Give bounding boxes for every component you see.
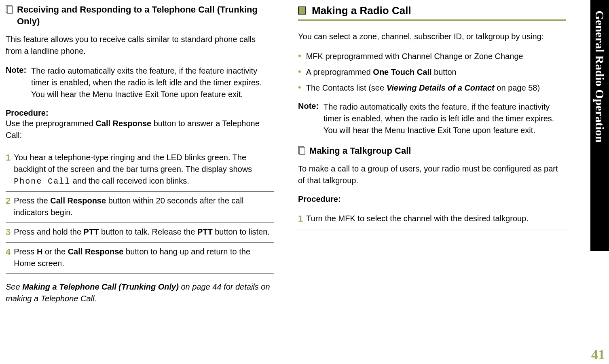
section-heading: Making a Radio Call (312, 4, 411, 18)
heading-underline (298, 19, 566, 21)
bold: PTT (197, 227, 213, 236)
steps-list: 1 You hear a telephone-type ringing and … (6, 148, 274, 274)
sub-intro-paragraph: To make a call to a group of users, your… (298, 163, 566, 186)
note-label: Note: (6, 65, 26, 75)
procedure-intro: Use the preprogrammed Call Response butt… (6, 118, 274, 141)
step-body: Press H or the Call Response button to h… (14, 246, 274, 269)
text: and the call received icon blinks. (70, 176, 189, 185)
bold: One Touch Call (373, 68, 431, 76)
text: A preprogrammed (306, 68, 373, 76)
text: Press the (14, 196, 50, 205)
text: The Contacts list (see (306, 83, 387, 92)
svg-rect-3 (300, 147, 305, 154)
chapter-title: General Radio Operation (590, 8, 609, 245)
step-number: 3 (6, 226, 11, 238)
text: Press (14, 247, 37, 256)
intro-paragraph: You can select a zone, channel, subscrib… (298, 31, 566, 42)
step-number: 4 (6, 246, 11, 258)
document-icon (298, 146, 305, 155)
list-item: MFK preprogrammed with Channel Change or… (298, 51, 566, 62)
text: Press and hold the (14, 227, 83, 236)
list-item: The Contacts list (see Viewing Details o… (298, 82, 566, 94)
page-number: 41 (589, 347, 607, 362)
note-label: Note: (298, 101, 319, 111)
display-text: Phone Call (14, 177, 70, 186)
step-body: Turn the MFK to select the channel with … (306, 213, 529, 224)
list-item: 1 Turn the MFK to select the channel wit… (298, 210, 566, 229)
svg-rect-1 (7, 6, 13, 13)
procedure-label: Procedure: (298, 195, 566, 204)
note-block: Note: The radio automatically exits the … (298, 101, 566, 136)
step-number: 2 (6, 195, 11, 207)
list-item: 4 Press H or the Call Response button to… (6, 243, 274, 274)
square-bullet-icon (298, 6, 306, 15)
side-tab: General Radio Operation 41 (590, 0, 609, 364)
list-item: 3 Press and hold the PTT button to talk.… (6, 223, 274, 243)
bold: Call Response (68, 247, 124, 256)
step-number: 1 (298, 213, 303, 225)
bullet-text: The Contacts list (see Viewing Details o… (306, 82, 540, 94)
text: button to talk. Release the (99, 227, 197, 236)
intro-paragraph: This feature allows you to receive calls… (6, 34, 274, 57)
bullet-list: MFK preprogrammed with Channel Change or… (298, 51, 566, 94)
bullet-text: MFK preprogrammed with Channel Change or… (306, 51, 523, 62)
subsection-heading: Making a Talkgroup Call (309, 145, 411, 157)
text: Use the preprogrammed (6, 119, 95, 128)
bullet-text: A preprogrammed One Touch Call button (306, 66, 457, 78)
subsection-heading-row: Receiving and Responding to a Telephone … (6, 4, 274, 27)
steps-list: 1 Turn the MFK to select the channel wit… (298, 210, 566, 229)
bold: Call Response (50, 196, 106, 205)
step-body: Press the Call Response button within 20… (14, 195, 274, 218)
section-heading-row: Making a Radio Call (298, 4, 566, 18)
list-item: 2 Press the Call Response button within … (6, 192, 274, 223)
home-key: H (37, 247, 42, 256)
text: button (432, 68, 457, 76)
text: You hear a telephone-type ringing and th… (14, 153, 252, 174)
cross-ref: Viewing Details of a Contact (387, 83, 495, 92)
text: or the (42, 247, 68, 256)
see-also-link: Making a Telephone Call (Trunking Only) (22, 282, 179, 291)
note-body: The radio automatically exits the featur… (31, 65, 274, 100)
subsection-heading: Receiving and Responding to a Telephone … (17, 4, 274, 27)
step-body: You hear a telephone-type ringing and th… (14, 152, 274, 187)
see-also: See Making a Telephone Call (Trunking On… (6, 281, 274, 305)
text: MFK preprogrammed with Channel Change or… (306, 52, 523, 61)
text: See (6, 282, 22, 291)
text: on page 58) (495, 83, 540, 92)
note-body: The radio automatically exits the featur… (324, 101, 566, 136)
note-block: Note: The radio automatically exits the … (6, 65, 274, 100)
subsection-heading-row: Making a Talkgroup Call (298, 145, 566, 157)
step-number: 1 (6, 152, 11, 164)
bold: PTT (84, 227, 99, 236)
list-item: A preprogrammed One Touch Call button (298, 66, 566, 78)
text: button to listen. (213, 227, 270, 236)
procedure-label: Procedure: (6, 108, 274, 118)
step-body: Press and hold the PTT button to talk. R… (14, 226, 270, 238)
call-response-bold: Call Response (95, 119, 151, 128)
list-item: 1 You hear a telephone-type ringing and … (6, 148, 274, 192)
document-icon (6, 5, 13, 14)
